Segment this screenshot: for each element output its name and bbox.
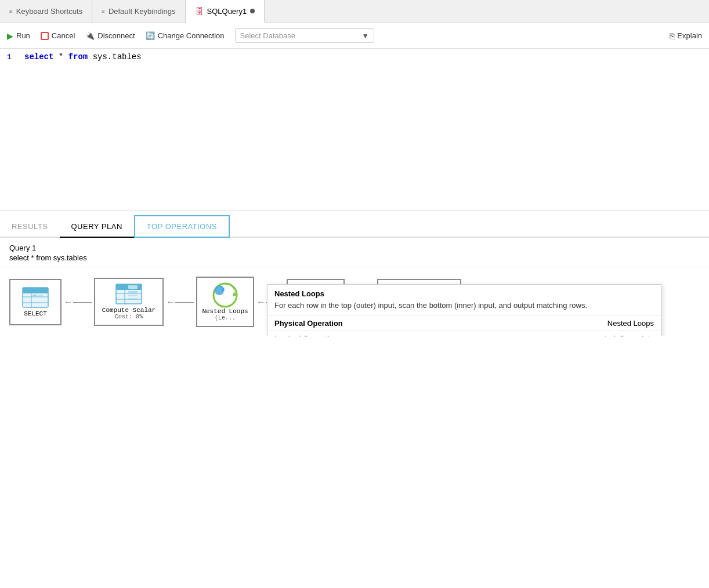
tab-top-operations[interactable]: TOP OPERATIONS <box>134 215 230 238</box>
tooltip-table: Physical OperationNested LoopsLogical Op… <box>267 316 661 336</box>
compute-scalar-icon <box>115 284 142 304</box>
compute-scalar-node[interactable]: Compute Scalar Cost: 0% <box>94 278 164 326</box>
editor-line-1: 1 select * from sys.tables <box>0 49 709 65</box>
tooltip-description: For each row in the top (outer) input, s… <box>267 300 661 316</box>
keyword-select: select <box>24 52 53 61</box>
tab-default-keybindings-label: Default Keybindings <box>108 7 176 16</box>
tab-bar: ≡ Keyboard Shortcuts ≡ Default Keybindin… <box>0 0 709 23</box>
select-node[interactable]: SELECT <box>9 279 62 325</box>
tooltip-row-value: Left Outer Join <box>484 331 661 336</box>
tab-keyboard-shortcuts[interactable]: ≡ Keyboard Shortcuts <box>0 0 92 23</box>
line-number-1: 1 <box>7 53 24 61</box>
select-database-dropdown[interactable]: Select Database ▼ <box>235 28 374 43</box>
explain-icon: ⎘ <box>670 31 674 41</box>
cancel-icon <box>41 32 49 40</box>
hamburger-icon: ≡ <box>9 8 13 14</box>
arrow-2: ←—— <box>164 297 196 307</box>
editor-area[interactable]: 1 select * from sys.tables <box>0 49 709 211</box>
svg-rect-5 <box>32 295 37 296</box>
nested-loops-1-sublabel: (Le... <box>215 315 236 321</box>
code-star: * <box>59 52 63 61</box>
query-sql: select * from sys.tables <box>9 253 700 262</box>
tooltip-title: Nested Loops <box>267 285 661 300</box>
change-connection-icon: 🔄 <box>146 31 155 40</box>
results-tabs-bar: RESULTS QUERY PLAN TOP OPERATIONS <box>0 211 709 238</box>
select-icon <box>22 287 49 308</box>
tooltip-row: Logical OperationLeft Outer Join <box>267 331 661 336</box>
disconnect-label: Disconnect <box>97 31 135 40</box>
compute-scalar-cost: Cost: 0% <box>115 314 143 320</box>
tooltip-overlay: Nested Loops For each row in the top (ou… <box>267 284 661 336</box>
nested-loops-1-label: Nested Loops <box>202 308 248 315</box>
explain-label: Explain <box>677 31 702 40</box>
select-node-label: SELECT <box>24 310 47 317</box>
compute-scalar-label: Compute Scalar <box>102 307 155 314</box>
query-title: Query 1 <box>9 244 700 252</box>
run-button[interactable]: ▶ Run <box>7 31 30 41</box>
select-database-text: Select Database <box>240 31 295 40</box>
change-connection-label: Change Connection <box>158 31 225 40</box>
svg-rect-1 <box>23 288 48 293</box>
database-icon: 🗄 <box>195 6 204 16</box>
cancel-label: Cancel <box>52 31 75 40</box>
disconnect-icon: 🔌 <box>85 31 95 40</box>
code-line-1: select * from sys.tables <box>24 52 142 61</box>
unsaved-dot <box>250 9 255 13</box>
svg-rect-12 <box>128 285 138 289</box>
svg-rect-15 <box>128 298 138 300</box>
tab-top-operations-label: TOP OPERATIONS <box>147 222 217 231</box>
tab-sqlquery1[interactable]: 🗄 SQLQuery1 <box>186 0 265 23</box>
tooltip-row: Physical OperationNested Loops <box>267 316 661 331</box>
change-connection-button[interactable]: 🔄 Change Connection <box>146 31 225 40</box>
tab-sqlquery1-label: SQLQuery1 <box>207 7 247 16</box>
tooltip-row-value: Nested Loops <box>484 316 661 331</box>
tooltip-row-label: Physical Operation <box>267 316 484 331</box>
cancel-button[interactable]: Cancel <box>41 31 75 40</box>
nested-loops-1-icon <box>209 282 241 308</box>
tab-query-plan-label: QUERY PLAN <box>71 222 122 231</box>
svg-rect-6 <box>38 295 43 296</box>
run-label: Run <box>16 31 30 40</box>
query-info: Query 1 select * from sys.tables <box>0 238 709 267</box>
tooltip-row-label: Logical Operation <box>267 331 484 336</box>
query-plan-area: Query 1 select * from sys.tables SELECT … <box>0 238 709 336</box>
dropdown-arrow-icon: ▼ <box>362 32 369 40</box>
tab-keyboard-shortcuts-label: Keyboard Shortcuts <box>16 7 82 16</box>
tab-query-plan[interactable]: QUERY PLAN <box>60 216 134 238</box>
disconnect-button[interactable]: 🔌 Disconnect <box>85 31 135 40</box>
explain-button[interactable]: ⎘ Explain <box>670 31 702 41</box>
tab-results[interactable]: RESULTS <box>0 216 60 238</box>
toolbar: ▶ Run Cancel 🔌 Disconnect 🔄 Change Conne… <box>0 23 709 49</box>
arrow-1: ←—— <box>62 297 94 307</box>
svg-rect-14 <box>128 295 138 296</box>
code-table: sys.tables <box>93 52 142 61</box>
run-icon: ▶ <box>7 31 13 41</box>
keyword-from: from <box>68 52 88 61</box>
hamburger-icon-2: ≡ <box>102 8 105 14</box>
tab-results-label: RESULTS <box>12 222 48 231</box>
svg-rect-13 <box>128 291 138 293</box>
tab-default-keybindings[interactable]: ≡ Default Keybindings <box>92 0 185 23</box>
nested-loops-1-node[interactable]: Nested Loops (Le... <box>196 277 254 327</box>
